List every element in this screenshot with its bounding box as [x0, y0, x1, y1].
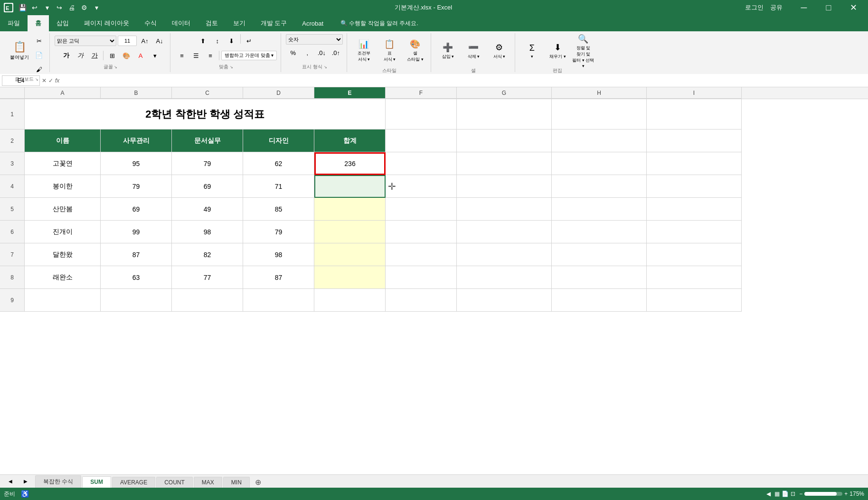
- insert-btn[interactable]: ➕ 삽입 ▾: [436, 34, 460, 67]
- undo-dropdown[interactable]: ▾: [42, 2, 52, 13]
- insert-function-icon[interactable]: fx: [55, 77, 59, 84]
- cell-d8[interactable]: 87: [243, 266, 314, 289]
- cell-a7[interactable]: 달한왔: [25, 243, 101, 266]
- cell-g8[interactable]: [457, 266, 552, 289]
- col-header-a[interactable]: A: [25, 87, 101, 99]
- cell-c7[interactable]: 82: [172, 243, 243, 266]
- cell-h7[interactable]: [552, 243, 647, 266]
- cancel-formula-icon[interactable]: ✕: [42, 77, 47, 84]
- zoom-in-btn[interactable]: +: [844, 491, 848, 497]
- col-header-g[interactable]: G: [457, 87, 552, 99]
- delete-btn[interactable]: ➖ 삭제 ▾: [462, 34, 485, 67]
- sheet-tab-complex[interactable]: 복잡한 수식: [35, 475, 81, 488]
- col-header-e[interactable]: E: [314, 87, 386, 99]
- sheet-tab-average[interactable]: AVERAGE: [112, 477, 155, 488]
- cell-d9[interactable]: [243, 289, 314, 312]
- scroll-sheets-left[interactable]: ◀: [4, 474, 17, 488]
- cell-b6[interactable]: 99: [101, 221, 172, 243]
- cell-g6[interactable]: [457, 221, 552, 243]
- number-format-select[interactable]: 숫자: [286, 34, 343, 45]
- cell-i6[interactable]: [647, 221, 742, 243]
- cell-a6[interactable]: 진개이: [25, 221, 101, 243]
- col-header-c[interactable]: C: [172, 87, 243, 99]
- cell-c3[interactable]: 79: [172, 152, 243, 175]
- font-size-input[interactable]: [118, 36, 137, 46]
- row-header-5[interactable]: 5: [0, 198, 25, 221]
- cell-e3[interactable]: 236: [314, 152, 386, 175]
- formula-input[interactable]: [61, 75, 866, 86]
- tab-review[interactable]: 검토: [198, 15, 226, 31]
- restore-button[interactable]: □: [818, 0, 840, 15]
- cell-f9[interactable]: [386, 289, 457, 312]
- italic-button[interactable]: 가: [74, 49, 87, 62]
- cell-f8[interactable]: [386, 266, 457, 289]
- cell-d6[interactable]: 79: [243, 221, 314, 243]
- align-top[interactable]: ⬆: [197, 34, 210, 47]
- copy-button[interactable]: 📄: [32, 48, 46, 62]
- minimize-button[interactable]: ─: [793, 0, 815, 15]
- cell-h4[interactable]: [552, 175, 647, 198]
- cell-reference-box[interactable]: E4: [2, 75, 40, 86]
- col-header-h[interactable]: H: [552, 87, 647, 99]
- cell-i9[interactable]: [647, 289, 742, 312]
- cell-e8[interactable]: [314, 266, 386, 289]
- cell-e4[interactable]: ✛: [314, 175, 386, 198]
- cell-c2[interactable]: 문서실무: [172, 130, 243, 152]
- cell-h5[interactable]: [552, 198, 647, 221]
- cell-b8[interactable]: 63: [101, 266, 172, 289]
- sheet-tab-max[interactable]: MAX: [194, 477, 222, 488]
- cell-a1[interactable]: 2학년 착한반 학생 성적표: [25, 99, 386, 130]
- undo-tool[interactable]: ↩: [29, 2, 40, 13]
- cell-g1[interactable]: [457, 99, 552, 130]
- font-color-dropdown[interactable]: ▾: [148, 49, 161, 62]
- cell-a5[interactable]: 산만봄: [25, 198, 101, 221]
- underline-button[interactable]: 가: [88, 49, 101, 62]
- corner-cell[interactable]: [0, 87, 25, 99]
- redo-tool[interactable]: ↪: [54, 2, 65, 13]
- merge-center-btn[interactable]: 병합하고 가운데 맞춤 ▾: [221, 51, 277, 60]
- fill-btn[interactable]: ⬇ 채우기 ▾: [546, 34, 569, 67]
- save-tool[interactable]: 💾: [17, 2, 28, 13]
- font-name-select[interactable]: 맑은 고딕: [55, 36, 116, 46]
- row-header-7[interactable]: 7: [0, 243, 25, 266]
- col-header-f[interactable]: F: [386, 87, 457, 99]
- cell-f1[interactable]: [386, 99, 457, 130]
- login-button[interactable]: 로그인: [745, 3, 764, 12]
- col-header-i[interactable]: I: [647, 87, 742, 99]
- cell-f6[interactable]: [386, 221, 457, 243]
- autosum-btn[interactable]: Σ ▾: [520, 34, 544, 67]
- cell-b7[interactable]: 87: [101, 243, 172, 266]
- cell-h8[interactable]: [552, 266, 647, 289]
- tab-view[interactable]: 보기: [226, 15, 253, 31]
- cut-button[interactable]: ✂: [32, 34, 46, 47]
- cell-h2[interactable]: [552, 130, 647, 152]
- cell-b4[interactable]: 79: [101, 175, 172, 198]
- cell-i8[interactable]: [647, 266, 742, 289]
- cell-h1[interactable]: [552, 99, 647, 130]
- fill-color-button[interactable]: 🎨: [120, 49, 133, 62]
- increase-decimal-btn[interactable]: .0↑: [329, 46, 342, 59]
- cell-c9[interactable]: [172, 289, 243, 312]
- tab-file[interactable]: 파일: [0, 15, 28, 31]
- sheet-tab-count[interactable]: COUNT: [156, 477, 193, 488]
- wrap-text[interactable]: ↵: [243, 34, 256, 47]
- cell-b2[interactable]: 사무관리: [101, 130, 172, 152]
- align-middle[interactable]: ↕: [211, 34, 224, 47]
- cell-g2[interactable]: [457, 130, 552, 152]
- align-center[interactable]: ☰: [189, 49, 203, 62]
- cell-i3[interactable]: [647, 152, 742, 175]
- conditional-format-btn[interactable]: 📊 조건부서식 ▾: [352, 34, 376, 67]
- cell-g3[interactable]: [457, 152, 552, 175]
- cell-d3[interactable]: 62: [243, 152, 314, 175]
- cell-i5[interactable]: [647, 198, 742, 221]
- cell-f5[interactable]: [386, 198, 457, 221]
- cell-c8[interactable]: 77: [172, 266, 243, 289]
- row-header-4[interactable]: 4: [0, 175, 25, 198]
- row-header-2[interactable]: 2: [0, 130, 25, 152]
- print-preview-tool[interactable]: 🖨: [66, 2, 77, 13]
- customize-dropdown[interactable]: ▾: [91, 2, 102, 13]
- cell-a8[interactable]: 래완소: [25, 266, 101, 289]
- cell-a2[interactable]: 이름: [25, 130, 101, 152]
- paste-button[interactable]: 📋 붙여넣기: [8, 34, 31, 67]
- cell-b3[interactable]: 95: [101, 152, 172, 175]
